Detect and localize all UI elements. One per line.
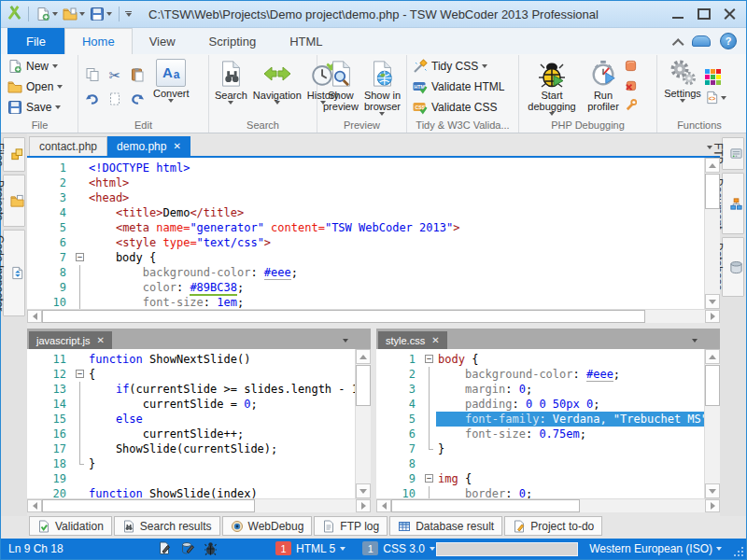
code-line[interactable]: 15 else xyxy=(27,412,355,427)
code-line[interactable]: 3 margin: 0; xyxy=(376,382,704,397)
sidebar-item-code-inspector[interactable]: Code Inspector xyxy=(3,230,25,316)
debug-settings-button[interactable] xyxy=(625,98,637,115)
copy-button[interactable] xyxy=(81,63,104,87)
bug-icon[interactable] xyxy=(204,541,217,555)
cut-button[interactable]: ✂ xyxy=(104,63,126,87)
breakpoint-button[interactable] xyxy=(625,59,637,76)
panel-tab-webdebug[interactable]: WebDebug xyxy=(222,516,313,536)
new-button[interactable]: New xyxy=(5,57,65,77)
code-line[interactable]: 8 background-color: #eee; xyxy=(27,265,704,280)
collapse-ribbon-icon[interactable] xyxy=(673,38,683,44)
code-text[interactable]: <!DOCTYPE html> xyxy=(87,161,704,175)
help-icon[interactable]: ? xyxy=(720,33,737,49)
html-error-badge[interactable]: 1 xyxy=(275,541,291,555)
code-line[interactable]: 9 color: #89BC38; xyxy=(27,280,704,295)
validate-css-button[interactable]: CSS Validate CSS xyxy=(410,98,507,118)
save-button[interactable] xyxy=(89,6,113,22)
fold-collapse-icon[interactable]: − xyxy=(424,352,436,367)
scroll-left-arrow[interactable] xyxy=(376,499,391,512)
code-text[interactable]: function ShowNextSlide() xyxy=(87,352,355,367)
edit-database-icon[interactable] xyxy=(181,541,194,555)
code-text[interactable]: font-family: Verdana, "Trebuchet MS", xyxy=(436,412,704,427)
redo-button[interactable] xyxy=(126,87,148,111)
code-text[interactable]: } xyxy=(436,441,704,456)
file-tab-style[interactable]: style.css ✕ xyxy=(378,331,447,349)
scroll-left-arrow[interactable] xyxy=(27,499,42,512)
css-version-label[interactable]: CSS 3.0 xyxy=(383,542,425,555)
customize-qat-button[interactable] xyxy=(125,11,132,18)
code-line[interactable]: 8 xyxy=(376,456,704,471)
code-line[interactable]: 1<!DOCTYPE html> xyxy=(27,161,704,175)
scroll-up-arrow[interactable] xyxy=(705,349,720,364)
fold-collapse-icon[interactable]: − xyxy=(75,367,87,382)
run-profiler-button[interactable]: Run profiler xyxy=(582,57,625,117)
code-text[interactable]: background-color: #eee; xyxy=(87,265,704,280)
code-line[interactable]: 16 currentSlide++; xyxy=(27,427,355,441)
code-text[interactable]: margin: 0; xyxy=(436,382,704,397)
code-text[interactable]: ShowSlide(currentSlide); xyxy=(87,441,355,456)
sidebar-item-files[interactable]: Files xyxy=(3,137,25,172)
panel-tab-ftp-log[interactable]: FTP log xyxy=(314,516,388,536)
fold-collapse-icon[interactable]: − xyxy=(75,250,87,265)
panel-tab-project-todo[interactable]: Project to-do xyxy=(504,516,602,536)
encoding-label[interactable]: Western European (ISO) xyxy=(589,542,722,555)
fold-collapse-icon[interactable]: − xyxy=(424,471,436,486)
panel-tab-validation[interactable]: Validation xyxy=(29,516,112,536)
tab-view[interactable]: View xyxy=(133,28,192,54)
open-file-button[interactable] xyxy=(62,6,86,22)
code-text[interactable]: <title>Demo</title> xyxy=(87,205,704,220)
scroll-down-arrow[interactable] xyxy=(705,483,720,498)
code-line[interactable]: 14 currentSlide = 0; xyxy=(27,397,355,412)
tab-html[interactable]: HTML xyxy=(273,28,339,54)
code-text[interactable]: function ShowSlide(index) xyxy=(87,486,355,498)
code-line[interactable]: 4 <title>Demo</title> xyxy=(27,205,704,220)
close-tab-icon[interactable]: ✕ xyxy=(96,336,104,345)
code-line[interactable]: 2<html> xyxy=(27,175,704,190)
navigation-button[interactable]: Navigation xyxy=(250,57,304,117)
start-debugging-button[interactable]: Start debugging xyxy=(522,57,582,117)
code-text[interactable]: body { xyxy=(87,250,704,265)
scroll-down-arrow[interactable] xyxy=(356,483,371,498)
select-button[interactable] xyxy=(104,87,126,111)
code-line[interactable]: 18} xyxy=(27,456,355,471)
code-line[interactable]: 6 <style type="text/css"> xyxy=(27,235,704,250)
code-text[interactable]: currentSlide++; xyxy=(87,427,355,441)
code-text[interactable] xyxy=(87,471,355,486)
tab-file[interactable]: File xyxy=(7,28,64,54)
sidebar-item-ftp[interactable]: FTP xyxy=(722,137,744,170)
panel-tab-database-result[interactable]: Database result xyxy=(389,516,502,536)
tab-list-icon[interactable] xyxy=(707,146,712,149)
code-line[interactable]: 10 font-size: 1em; xyxy=(27,295,704,309)
minimize-button[interactable] xyxy=(671,8,684,20)
vertical-scrollbar[interactable] xyxy=(355,349,371,498)
horizontal-scrollbar[interactable] xyxy=(27,498,371,512)
code-text[interactable]: } xyxy=(87,456,355,471)
scroll-thumb[interactable] xyxy=(705,365,720,406)
tab-scripting[interactable]: Scripting xyxy=(192,28,274,54)
css-error-badge[interactable]: 1 xyxy=(362,541,378,555)
code-text[interactable]: img { xyxy=(436,471,704,486)
file-tab-javascript[interactable]: javascript.js ✕ xyxy=(29,331,112,349)
code-text[interactable]: <style type="text/css"> xyxy=(87,235,704,250)
horizontal-scrollbar[interactable] xyxy=(27,309,720,323)
tab-list-icon[interactable] xyxy=(343,339,348,343)
code-line[interactable]: 10 border: 0; xyxy=(376,486,704,498)
maximize-button[interactable] xyxy=(698,8,711,20)
undo-button[interactable] xyxy=(81,87,104,111)
code-text[interactable]: color: #89BC38; xyxy=(87,280,704,295)
horizontal-scrollbar[interactable] xyxy=(376,498,720,512)
code-text[interactable]: background-color: #eee; xyxy=(436,367,704,382)
vertical-scrollbar[interactable] xyxy=(704,158,720,309)
feedback-tray-icon[interactable] xyxy=(692,35,711,47)
resize-grip-icon[interactable] xyxy=(734,547,743,556)
scroll-thumb[interactable] xyxy=(42,499,255,512)
code-line[interactable]: 12−{ xyxy=(27,367,355,382)
edit-document-icon[interactable] xyxy=(158,541,171,555)
open-button[interactable]: Open xyxy=(5,77,65,97)
scroll-thumb[interactable] xyxy=(356,365,371,406)
tab-home[interactable]: Home xyxy=(64,28,133,54)
code-line[interactable]: 20function ShowSlide(index) xyxy=(27,486,355,498)
scroll-right-arrow[interactable] xyxy=(356,499,371,512)
code-line[interactable]: 19 xyxy=(27,471,355,486)
file-tab-contact[interactable]: contact.php xyxy=(29,136,107,156)
